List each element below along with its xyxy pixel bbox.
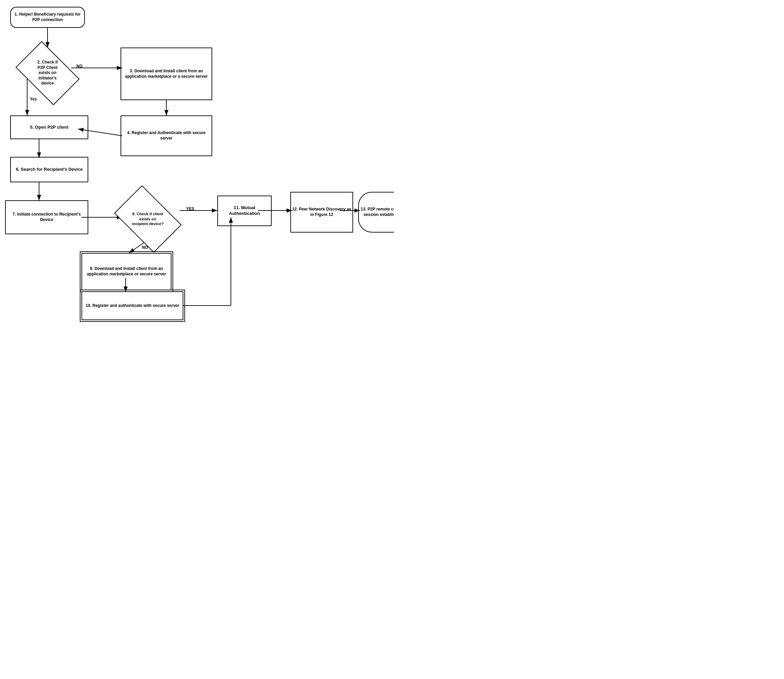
node-5: 5. Open P2P client — [10, 116, 88, 139]
node-10: 10. Register and authenticate with secur… — [81, 291, 183, 320]
node-11: 11. Mutual Authentication — [217, 196, 272, 226]
node-2-diamond: 2. Check if P2P Client exists on initiat… — [10, 47, 85, 99]
node-6: 6. Search for Recipient's Device — [10, 157, 88, 182]
node-12: 12. Peer Network Discovery as in Figure … — [290, 192, 353, 233]
node-9: 9. Download and Install client from an a… — [81, 253, 172, 290]
diagram-container: 1. Helper/ Beneficiary requests for P2P … — [0, 0, 394, 340]
node-2: 2. Check if P2P Client exists on initiat… — [10, 47, 85, 99]
yes1-label: Yes — [30, 97, 37, 102]
no1-label: NO — [77, 64, 83, 69]
node-3: 3. Download and Install client from an a… — [120, 47, 212, 100]
node-8-diamond: 8. Check if client exists on recipient d… — [109, 192, 187, 246]
node-13: 13. P2P remote control session establish… — [358, 192, 394, 233]
node-8: 8. Check if client exists on recipient d… — [109, 192, 187, 246]
node-7: 7. Initiate connection to Recipient's De… — [5, 200, 88, 234]
node-1: 1. Helper/ Beneficiary requests for P2P … — [10, 7, 85, 28]
yes2-label: YES — [186, 207, 194, 211]
no2-label: NO — [142, 245, 148, 250]
node-4: 4. Register and Authenticate with secure… — [120, 116, 212, 156]
